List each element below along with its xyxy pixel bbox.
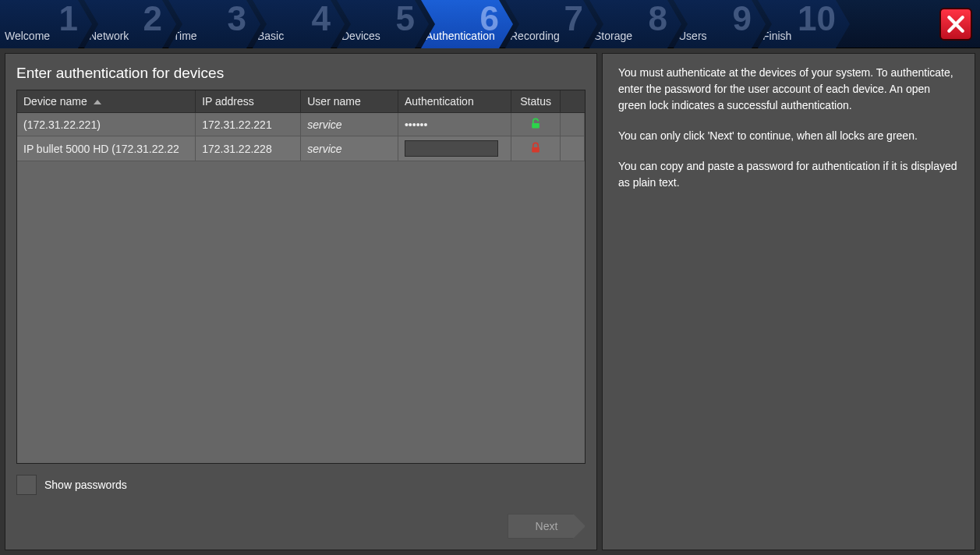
step-label: Authentication (426, 30, 495, 42)
next-button[interactable]: Next (508, 514, 586, 539)
cell-ip: 172.31.22.221 (196, 113, 301, 136)
wizard-step-network[interactable]: 2Network (84, 0, 176, 48)
col-header-auth[interactable]: Authentication (398, 90, 511, 113)
cell-status (511, 136, 560, 161)
table-row[interactable]: IP bullet 5000 HD (172.31.22.22172.31.22… (17, 136, 585, 161)
step-label: Welcome (5, 30, 50, 42)
col-header-extra (560, 90, 584, 113)
close-icon (946, 14, 966, 34)
table-row[interactable]: (172.31.22.221)172.31.22.221service•••••… (17, 113, 585, 136)
step-label: Basic (257, 30, 284, 42)
close-button[interactable] (939, 8, 972, 41)
wizard-step-finish[interactable]: 10Finish (758, 0, 850, 48)
step-label: Recording (510, 30, 560, 42)
step-label: Time (173, 30, 197, 42)
cell-extra (560, 113, 584, 136)
col-header-user[interactable]: User name (301, 90, 398, 113)
cell-extra (560, 136, 584, 161)
help-panel: You must authenticate at the devices of … (602, 53, 975, 550)
cell-auth (398, 136, 511, 161)
step-number: 5 (396, 2, 415, 36)
show-passwords-row: Show passwords (16, 475, 586, 495)
show-passwords-checkbox[interactable] (16, 475, 37, 495)
col-header-device-name[interactable]: Device name (17, 90, 196, 113)
step-number: 3 (228, 2, 246, 36)
wizard-step-recording[interactable]: 7Recording (505, 0, 597, 48)
cell-username: service (301, 113, 398, 136)
svg-rect-1 (532, 147, 540, 152)
lock-open-icon (529, 117, 542, 129)
wizard-step-authentication[interactable]: 6Authentication (421, 0, 513, 48)
step-label: Network (89, 30, 129, 42)
device-table-wrap: Device name IP address User name Authent… (16, 90, 586, 464)
step-label: Users (678, 30, 707, 42)
col-header-ip[interactable]: IP address (196, 90, 301, 113)
step-number: 7 (564, 2, 583, 36)
help-paragraph: You can copy and paste a password for au… (618, 158, 959, 191)
wizard-step-devices[interactable]: 5Devices (337, 0, 429, 48)
step-number: 1 (59, 2, 78, 36)
cell-device-name: (172.31.22.221) (17, 113, 196, 136)
wizard-step-storage[interactable]: 8Storage (589, 0, 681, 48)
cell-ip: 172.31.22.228 (196, 136, 301, 161)
cell-device-name: IP bullet 5000 HD (172.31.22.22 (17, 136, 196, 161)
wizard-step-users[interactable]: 9Users (674, 0, 766, 48)
cell-username: service (301, 136, 398, 161)
step-label: Finish (762, 30, 791, 42)
help-paragraph: You must authenticate at the devices of … (618, 65, 959, 114)
col-header-status[interactable]: Status (511, 90, 560, 113)
step-number: 8 (649, 2, 667, 36)
step-number: 9 (733, 2, 752, 36)
help-paragraph: You can only click 'Next' to continue, w… (618, 128, 959, 144)
password-masked: •••••• (405, 118, 427, 131)
cell-status (511, 113, 560, 136)
page-title: Enter authentication for devices (16, 65, 586, 82)
col-header-label: Device name (23, 95, 87, 108)
wizard-steps: 1Welcome2Network3Time4Basic5Devices6Auth… (0, 0, 980, 48)
wizard-step-welcome[interactable]: 1Welcome (0, 0, 92, 48)
next-button-label: Next (536, 520, 558, 532)
wizard-step-basic[interactable]: 4Basic (253, 0, 345, 48)
wizard-step-time[interactable]: 3Time (168, 0, 260, 48)
cell-auth: •••••• (398, 113, 511, 136)
step-label: Storage (594, 30, 632, 42)
password-input[interactable] (405, 140, 498, 157)
step-number: 10 (798, 2, 836, 36)
step-number: 2 (143, 2, 162, 36)
device-table: Device name IP address User name Authent… (17, 90, 585, 161)
sort-asc-icon (94, 100, 101, 104)
lock-closed-icon (529, 141, 542, 154)
svg-rect-0 (532, 123, 540, 128)
main-panel: Enter authentication for devices Device … (5, 53, 597, 550)
show-passwords-label: Show passwords (44, 479, 127, 491)
step-number: 4 (312, 2, 331, 36)
step-label: Devices (341, 30, 380, 42)
